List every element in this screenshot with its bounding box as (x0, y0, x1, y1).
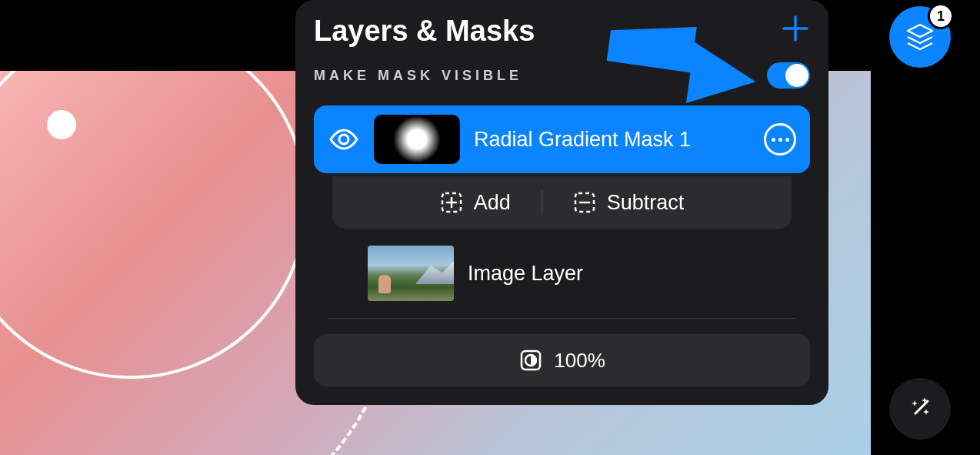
mask-visibility-label: MAKE MASK VISIBLE (314, 68, 522, 84)
effects-floating-button[interactable] (889, 378, 951, 440)
mask-visibility-row: MAKE MASK VISIBLE (314, 62, 810, 89)
mask-layer-name: Radial Gradient Mask 1 (474, 128, 750, 152)
mask-layer-row-selected[interactable]: Radial Gradient Mask 1 (314, 105, 810, 173)
image-layer-row[interactable]: Image Layer (314, 229, 810, 318)
mask-operations-row: Add Subtract (332, 176, 792, 229)
panel-divider (328, 318, 796, 319)
panel-header: Layers & Masks (314, 14, 810, 49)
image-layer-thumbnail (368, 246, 454, 301)
visibility-eye-icon[interactable] (328, 123, 360, 156)
toggle-knob (785, 64, 808, 87)
layers-floating-button[interactable]: 1 (889, 6, 951, 68)
mask-add-button[interactable]: Add (409, 191, 542, 215)
center-handle[interactable] (47, 110, 76, 139)
plus-icon (781, 14, 810, 43)
image-layer-name: Image Layer (468, 262, 796, 286)
layers-masks-panel: Layers & Masks MAKE MASK VISIBLE Radial … (295, 0, 828, 405)
mask-thumbnail (374, 115, 460, 164)
magic-wand-icon (905, 393, 935, 424)
mask-subtract-button[interactable]: Subtract (542, 191, 715, 215)
selection-add-icon (440, 191, 463, 214)
panel-title: Layers & Masks (314, 15, 535, 48)
add-layer-button[interactable] (781, 14, 810, 49)
mask-thumbnail-gradient (393, 115, 441, 163)
opacity-icon (518, 348, 543, 373)
mask-layer-more-button[interactable] (764, 123, 796, 156)
opacity-button[interactable]: 100% (314, 334, 810, 386)
mask-visibility-toggle[interactable] (767, 62, 810, 89)
mask-subtract-label: Subtract (607, 191, 685, 215)
svg-point-3 (339, 135, 348, 144)
mask-add-label: Add (474, 191, 511, 215)
layers-count-badge: 1 (928, 3, 954, 29)
selection-subtract-icon (573, 191, 596, 214)
opacity-value: 100% (554, 349, 605, 373)
